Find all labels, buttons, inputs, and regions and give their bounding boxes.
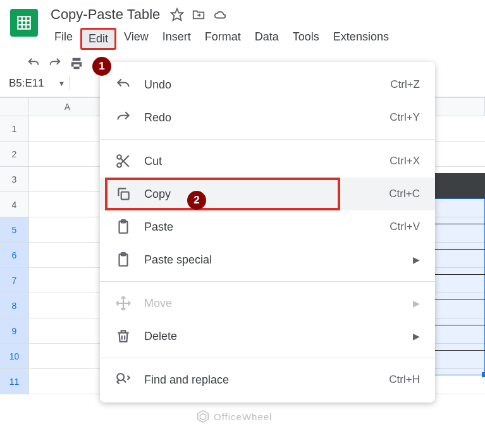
column-header[interactable]: A — [29, 98, 106, 116]
clipboard-icon — [115, 251, 132, 268]
menu-cut[interactable]: Cut Ctrl+X — [100, 145, 435, 178]
redo-icon[interactable] — [48, 56, 62, 70]
menu-item-shortcut: Ctrl+Y — [390, 111, 420, 124]
menu-item-label: Cut — [144, 155, 390, 168]
menu-item-label: Find and replace — [144, 373, 389, 387]
menubar: File Edit View Insert Format Data Tools … — [48, 27, 475, 50]
menu-data[interactable]: Data — [249, 28, 285, 50]
row-header[interactable]: 7 — [0, 268, 29, 293]
watermark-text: OfficeWheel — [214, 411, 272, 422]
menu-undo[interactable]: Undo Ctrl+Z — [100, 68, 435, 101]
find-replace-icon — [115, 372, 132, 388]
menu-move: Move ▶ — [100, 287, 435, 320]
trash-icon — [115, 328, 132, 344]
row-header[interactable]: 6 — [0, 243, 29, 268]
menu-format[interactable]: Format — [199, 28, 247, 50]
menu-item-shortcut: Ctrl+V — [390, 221, 420, 233]
menu-tools[interactable]: Tools — [286, 28, 326, 50]
svg-marker-5 — [171, 9, 183, 20]
menu-item-shortcut: Ctrl+C — [389, 188, 420, 200]
row-header[interactable]: 3 — [0, 167, 29, 192]
submenu-arrow-icon: ▶ — [413, 331, 420, 341]
menu-item-label: Delete — [144, 330, 413, 343]
row-header[interactable]: 1 — [0, 116, 29, 142]
menu-item-label: Move — [144, 297, 413, 310]
scissors-icon — [115, 153, 132, 169]
menu-paste[interactable]: Paste Ctrl+V — [100, 210, 435, 243]
menu-view[interactable]: View — [118, 28, 155, 50]
menu-item-label: Paste — [144, 221, 390, 234]
submenu-arrow-icon: ▶ — [413, 255, 420, 265]
annotation-badge-1: 1 — [92, 57, 111, 76]
svg-marker-16 — [198, 411, 209, 422]
star-icon[interactable] — [170, 8, 184, 21]
menu-find-replace[interactable]: Find and replace Ctrl+H — [100, 363, 435, 396]
print-icon[interactable] — [70, 56, 83, 70]
menu-divider — [100, 358, 435, 358]
clipboard-icon — [115, 219, 132, 235]
chevron-down-icon: ▼ — [58, 80, 65, 87]
svg-rect-0 — [18, 16, 30, 29]
document-title[interactable]: Copy-Paste Table — [48, 5, 163, 24]
row-header[interactable]: 5 — [0, 217, 29, 243]
menu-item-label: Undo — [144, 78, 390, 92]
watermark: OfficeWheel — [196, 409, 272, 423]
cloud-status-icon[interactable] — [213, 8, 227, 21]
redo-icon — [115, 109, 132, 126]
copy-icon — [115, 186, 132, 202]
menu-delete[interactable]: Delete ▶ — [100, 320, 435, 353]
menu-insert[interactable]: Insert — [156, 28, 197, 50]
row-header[interactable]: 10 — [0, 344, 29, 369]
menu-copy[interactable]: Copy Ctrl+C — [100, 178, 435, 210]
menu-redo[interactable]: Redo Ctrl+Y — [100, 101, 435, 134]
divider — [69, 76, 70, 90]
name-box[interactable]: B5:E11 ▼ — [9, 77, 69, 90]
svg-point-7 — [117, 163, 121, 167]
edit-menu-dropdown: Undo Ctrl+Z Redo Ctrl+Y Cut Ctrl+X Copy … — [100, 62, 435, 403]
undo-icon — [115, 76, 132, 93]
menu-item-shortcut: Ctrl+X — [390, 155, 420, 167]
row-header[interactable]: 2 — [0, 142, 29, 167]
menu-item-label: Copy — [144, 188, 389, 201]
menu-file[interactable]: File — [48, 28, 79, 50]
name-box-value: B5:E11 — [9, 77, 44, 90]
menu-item-label: Paste special — [144, 253, 413, 267]
undo-icon[interactable] — [27, 56, 40, 70]
menu-extensions[interactable]: Extensions — [327, 28, 395, 50]
move-icon — [115, 295, 132, 312]
menu-divider — [100, 281, 435, 282]
menu-item-shortcut: Ctrl+Z — [390, 78, 420, 91]
row-header[interactable]: 9 — [0, 318, 29, 344]
submenu-arrow-icon: ▶ — [413, 298, 420, 308]
menu-item-shortcut: Ctrl+H — [389, 373, 420, 386]
row-header[interactable]: 8 — [0, 293, 29, 318]
annotation-badge-2: 2 — [187, 191, 206, 210]
menu-item-label: Redo — [144, 111, 390, 124]
menu-paste-special[interactable]: Paste special ▶ — [100, 243, 435, 276]
menu-edit[interactable]: Edit — [80, 28, 116, 50]
svg-point-15 — [117, 373, 124, 380]
sheets-logo[interactable] — [10, 9, 38, 37]
svg-rect-10 — [121, 192, 129, 200]
svg-point-6 — [117, 155, 121, 159]
svg-marker-17 — [200, 413, 206, 420]
menu-divider — [100, 139, 435, 140]
select-all-corner[interactable] — [0, 98, 29, 116]
row-header[interactable]: 4 — [0, 192, 29, 217]
row-header[interactable]: 11 — [0, 369, 29, 394]
move-folder-icon[interactable] — [192, 8, 206, 21]
